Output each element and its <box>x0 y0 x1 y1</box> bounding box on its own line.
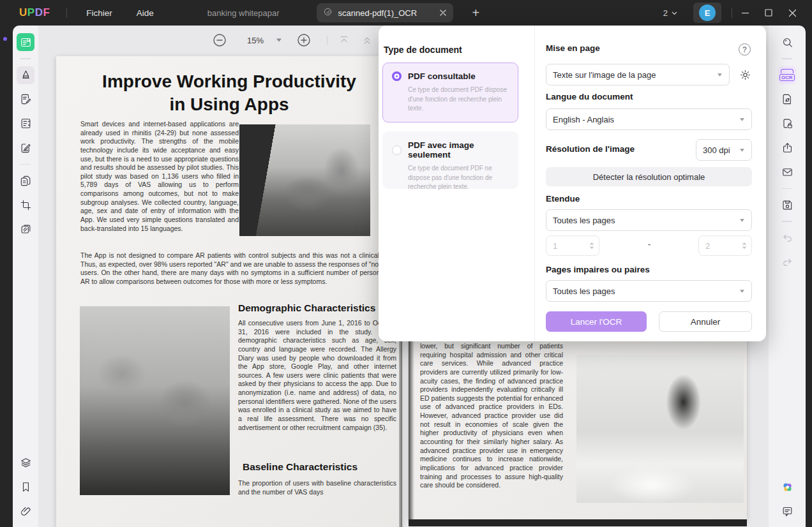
tab-banking-whitepaper[interactable]: banking whitepapar <box>201 4 286 22</box>
logo-letter: U <box>19 6 27 19</box>
bookmarks-icon[interactable] <box>17 478 34 496</box>
document-heading: Baseline Characteristics <box>243 461 357 473</box>
resolution-label: Résolution de l'image <box>546 144 635 154</box>
gear-icon[interactable] <box>738 68 752 82</box>
range-dropdown[interactable]: Toutes les pages <box>546 209 752 231</box>
window-maximize-button[interactable] <box>758 3 779 23</box>
radio-selected-icon[interactable] <box>392 71 402 81</box>
zoom-in-button[interactable] <box>296 33 312 48</box>
window-minimize-button[interactable] <box>734 3 756 23</box>
redo-icon[interactable] <box>778 253 796 271</box>
updf-logo: U P D F <box>19 6 50 19</box>
titlebar: U P D F Fichier Aide banking whitepapar … <box>0 0 812 26</box>
zoom-out-button[interactable] <box>212 33 227 48</box>
chevron-down-icon <box>739 148 745 152</box>
pdf-page-1: Improve Working Productivity in Using Ap… <box>56 56 402 527</box>
stepper-arrows-icon[interactable] <box>742 242 747 249</box>
resolution-dropdown[interactable]: 300 dpi <box>696 139 752 161</box>
language-dropdown[interactable]: English - Anglais <box>546 108 752 130</box>
mail-icon[interactable] <box>778 163 796 181</box>
cancel-button[interactable]: Annuler <box>659 311 752 332</box>
ocr-settings-section: Mise en page ? Texte sur l'image de la p… <box>546 26 752 341</box>
window-count-dropdown[interactable]: 2 <box>659 6 682 20</box>
titlebar-divider <box>66 8 67 18</box>
tab-close-icon[interactable] <box>439 9 447 17</box>
option-searchable-pdf[interactable]: PDF consultable Ce type de document PDF … <box>382 63 518 122</box>
stepper-arrows-icon[interactable] <box>589 242 594 249</box>
scroll-to-top-button[interactable] <box>338 34 350 47</box>
ocr-scan-frame <box>781 69 793 73</box>
crop-pages-icon[interactable] <box>17 196 34 214</box>
zoom-level: 15% <box>244 36 267 45</box>
help-glyph: ? <box>742 45 747 54</box>
page-from-input[interactable] <box>546 241 580 251</box>
left-toolbar <box>13 26 38 527</box>
document-title: Improve Working Productivity in Using Ap… <box>92 70 366 117</box>
updf-app-window: U P D F Fichier Aide banking whitepapar … <box>0 0 812 527</box>
right-toolbar: OCR <box>769 26 806 527</box>
layout-dropdown[interactable]: Texte sur l'image de la page <box>546 64 730 85</box>
account-button[interactable]: E <box>693 3 721 23</box>
document-type-title: Type de document <box>384 45 462 55</box>
signature-icon[interactable] <box>17 139 34 157</box>
toolbar-divider <box>782 221 792 222</box>
reader-mode-icon[interactable] <box>17 33 34 51</box>
option-label: PDF avec image seulement <box>408 140 510 160</box>
avatar: E <box>699 4 716 21</box>
document-paragraph: The proportion of users with baseline ch… <box>238 479 396 496</box>
toolbar-divider <box>782 58 792 59</box>
toolbar-divider <box>20 164 31 165</box>
menu-file[interactable]: Fichier <box>81 6 117 20</box>
parity-value: Toutes les pages <box>553 286 615 296</box>
page-to-stepper[interactable] <box>698 235 752 256</box>
new-tab-button[interactable]: + <box>469 6 484 20</box>
save-icon[interactable] <box>778 196 796 214</box>
tab-scanned-pdf-ocr[interactable]: scanned-pdf(1)_OCR <box>317 3 453 22</box>
range-value: Toutes les pages <box>553 216 615 225</box>
document-paragraph: Smart devices and internet-based applica… <box>80 120 239 233</box>
logo-letter: D <box>35 6 43 19</box>
woman-writing-photo <box>576 355 744 503</box>
chevron-down-icon <box>739 218 745 223</box>
option-description: Ce type de document PDF dispose d'une fo… <box>408 85 511 114</box>
annotate-highlighter-icon[interactable] <box>17 66 34 84</box>
titlebar-right: 2 E <box>659 3 803 23</box>
protect-document-icon[interactable] <box>778 115 796 133</box>
edit-document-icon[interactable] <box>17 91 34 108</box>
detect-resolution-button[interactable]: Détecter la résolution optimale <box>546 167 752 186</box>
tab-label: scanned-pdf(1)_OCR <box>338 8 417 18</box>
zoom-dropdown-caret[interactable] <box>276 38 282 43</box>
attachments-icon[interactable] <box>17 502 34 520</box>
option-image-only-pdf[interactable]: PDF avec image seulement Ce type de docu… <box>382 131 518 189</box>
comments-icon[interactable] <box>778 502 796 520</box>
left-toolbar-bottom <box>17 450 34 527</box>
convert-document-icon[interactable] <box>778 91 796 108</box>
parity-label: Pages impaires ou paires <box>546 265 650 274</box>
language-label: Langue du document <box>546 92 633 101</box>
layout-value: Texte sur l'image de la page <box>553 70 656 80</box>
ai-assistant-icon[interactable] <box>778 478 796 496</box>
option-description: Ce type de document PDF ne dispose pas d… <box>408 164 511 192</box>
previous-page-button[interactable] <box>361 34 373 47</box>
ocr-icon[interactable]: OCR <box>778 66 796 84</box>
language-value: English - Anglais <box>553 115 614 124</box>
menu-help[interactable]: Aide <box>132 6 159 20</box>
parity-dropdown[interactable]: Toutes les pages <box>546 280 752 302</box>
start-ocr-button[interactable]: Lancer l'OCR <box>546 311 647 332</box>
help-icon[interactable]: ? <box>739 43 751 56</box>
undo-icon[interactable] <box>778 229 796 247</box>
layers-icon[interactable] <box>17 454 34 471</box>
scan-document-icon <box>323 7 333 19</box>
forms-icon[interactable] <box>17 115 34 133</box>
layout-label: Mise en page <box>546 43 600 53</box>
search-icon[interactable] <box>778 33 796 51</box>
ocr-dialog: Type de document PDF consultable Ce type… <box>379 26 766 341</box>
radio-unselected-icon[interactable] <box>392 145 402 155</box>
page-to-input[interactable] <box>699 241 732 251</box>
window-close-button[interactable] <box>781 3 803 23</box>
page-from-stepper[interactable] <box>546 235 599 256</box>
share-icon[interactable] <box>778 139 796 157</box>
range-label: Etendue <box>546 194 580 204</box>
organize-pages-icon[interactable] <box>17 172 34 189</box>
watermark-icon[interactable] <box>17 220 34 238</box>
